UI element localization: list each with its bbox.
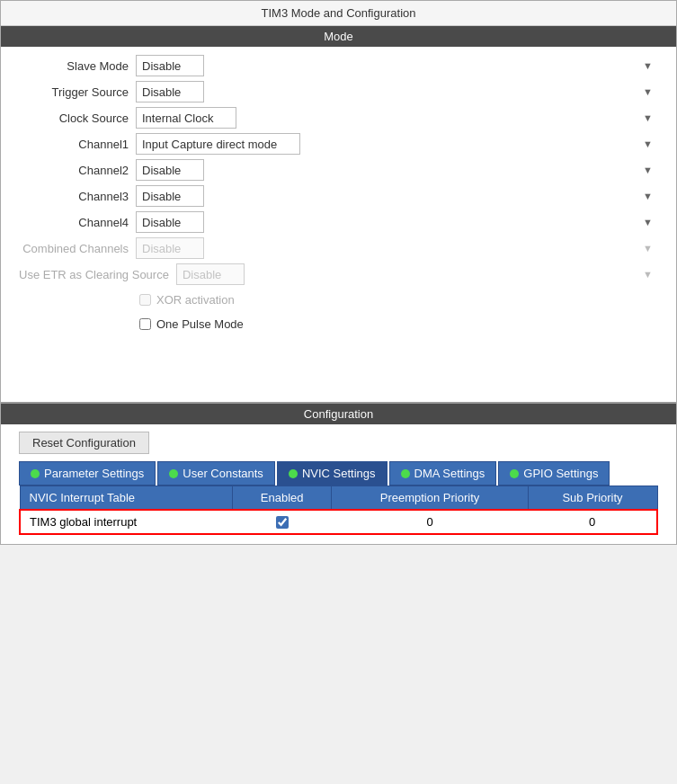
nvic-row-enabled xyxy=(232,510,332,534)
channel1-label: Channel1 xyxy=(19,138,136,151)
channel3-select-wrapper[interactable]: Disable ▼ xyxy=(136,185,658,207)
trigger-source-label: Trigger Source xyxy=(19,85,136,99)
channel2-select[interactable]: Disable xyxy=(136,159,204,181)
tab-dot-parameter xyxy=(31,469,40,478)
nvic-table: NVIC Interrupt Table Enabled Preemption … xyxy=(19,486,658,535)
channel4-chevron-icon: ▼ xyxy=(643,217,653,227)
slave-mode-label: Slave Mode xyxy=(19,59,136,73)
channel4-select[interactable]: Disable xyxy=(136,211,204,233)
tab-dot-user xyxy=(169,469,178,478)
channel1-select[interactable]: Input Capture direct mode xyxy=(136,133,300,155)
combined-channels-label: Combined Channels xyxy=(19,242,136,255)
table-row: TIM3 global interrupt 0 0 xyxy=(20,510,657,534)
xor-activation-label: XOR activation xyxy=(156,293,235,307)
clock-source-select-wrapper[interactable]: Internal Clock ▼ xyxy=(136,107,658,129)
channel2-select-wrapper[interactable]: Disable ▼ xyxy=(136,159,658,181)
channel2-row: Channel2 Disable ▼ xyxy=(19,158,658,182)
channel2-chevron-icon: ▼ xyxy=(643,165,653,175)
reset-configuration-button[interactable]: Reset Configuration xyxy=(19,432,149,454)
mode-section-header: Mode xyxy=(1,26,676,47)
slave-mode-chevron-icon: ▼ xyxy=(643,60,653,71)
tabs-bar: Parameter Settings User Constants NVIC S… xyxy=(19,461,658,486)
tab-dot-gpio xyxy=(510,469,519,478)
channel3-chevron-icon: ▼ xyxy=(643,191,653,201)
channel4-label: Channel4 xyxy=(19,216,136,229)
window-title: TIM3 Mode and Configuration xyxy=(1,1,676,26)
slave-mode-row: Slave Mode Disable ▼ xyxy=(19,54,658,77)
one-pulse-mode-checkbox[interactable] xyxy=(139,318,151,330)
one-pulse-mode-row: One Pulse Mode xyxy=(19,313,658,334)
channel1-select-wrapper[interactable]: Input Capture direct mode ▼ xyxy=(136,133,658,155)
channel2-label: Channel2 xyxy=(19,164,136,177)
clock-source-select[interactable]: Internal Clock xyxy=(136,107,236,129)
use-etr-chevron-icon: ▼ xyxy=(643,269,653,280)
mode-section: Slave Mode Disable ▼ Trigger Source Disa… xyxy=(1,47,676,404)
config-section-header: Configuration xyxy=(1,404,676,424)
xor-activation-checkbox[interactable] xyxy=(139,294,151,306)
channel4-select-wrapper[interactable]: Disable ▼ xyxy=(136,211,658,233)
nvic-col-sub: Sub Priority xyxy=(528,486,657,511)
nvic-col-enabled: Enabled xyxy=(232,486,332,511)
one-pulse-mode-label: One Pulse Mode xyxy=(156,317,244,331)
trigger-source-row: Trigger Source Disable ▼ xyxy=(19,80,658,103)
channel1-row: Channel1 Input Capture direct mode ▼ xyxy=(19,132,658,156)
nvic-table-header-row: NVIC Interrupt Table Enabled Preemption … xyxy=(20,486,657,511)
clock-source-chevron-icon: ▼ xyxy=(643,112,653,123)
tab-gpio-settings[interactable]: GPIO Settings xyxy=(498,461,610,486)
tab-user-constants[interactable]: User Constants xyxy=(157,461,275,486)
config-section: Configuration Reset Configuration Parame… xyxy=(1,404,676,544)
combined-channels-chevron-icon: ▼ xyxy=(643,243,653,254)
nvic-col-name: NVIC Interrupt Table xyxy=(20,486,232,511)
channel3-row: Channel3 Disable ▼ xyxy=(19,184,658,208)
tab-dot-nvic xyxy=(289,469,298,478)
xor-activation-row: XOR activation xyxy=(19,289,658,310)
use-etr-row: Use ETR as Clearing Source Disable ▼ xyxy=(19,263,658,286)
combined-channels-select-wrapper: Disable ▼ xyxy=(136,237,658,259)
slave-mode-select[interactable]: Disable xyxy=(136,55,204,76)
nvic-row-name: TIM3 global interrupt xyxy=(20,510,232,534)
clock-source-label: Clock Source xyxy=(19,111,136,125)
use-etr-label: Use ETR as Clearing Source xyxy=(19,268,176,281)
tab-dma-settings[interactable]: DMA Settings xyxy=(389,461,497,486)
tab-dot-dma xyxy=(401,469,410,478)
trigger-source-select-wrapper[interactable]: Disable ▼ xyxy=(136,81,658,102)
slave-mode-select-wrapper[interactable]: Disable ▼ xyxy=(136,55,658,76)
trigger-source-chevron-icon: ▼ xyxy=(643,86,653,97)
nvic-col-preemption: Preemption Priority xyxy=(332,486,528,511)
nvic-enabled-checkbox[interactable] xyxy=(276,516,289,529)
channel3-select[interactable]: Disable xyxy=(136,185,204,207)
combined-channels-select: Disable xyxy=(136,237,204,259)
clock-source-row: Clock Source Internal Clock ▼ xyxy=(19,106,658,129)
combined-channels-row: Combined Channels Disable ▼ xyxy=(19,236,658,260)
channel1-chevron-icon: ▼ xyxy=(643,138,653,149)
channel4-row: Channel4 Disable ▼ xyxy=(19,210,658,234)
tab-nvic-settings[interactable]: NVIC Settings xyxy=(277,461,387,486)
channel3-label: Channel3 xyxy=(19,190,136,203)
use-etr-select-wrapper: Disable ▼ xyxy=(176,263,658,285)
tab-parameter-settings[interactable]: Parameter Settings xyxy=(19,461,156,486)
main-window: TIM3 Mode and Configuration Mode Slave M… xyxy=(0,0,677,545)
nvic-row-sub: 0 xyxy=(528,510,657,534)
nvic-row-preemption: 0 xyxy=(332,510,528,534)
use-etr-select: Disable xyxy=(176,263,245,285)
window-title-text: TIM3 Mode and Configuration xyxy=(262,6,416,20)
trigger-source-select[interactable]: Disable xyxy=(136,81,204,102)
